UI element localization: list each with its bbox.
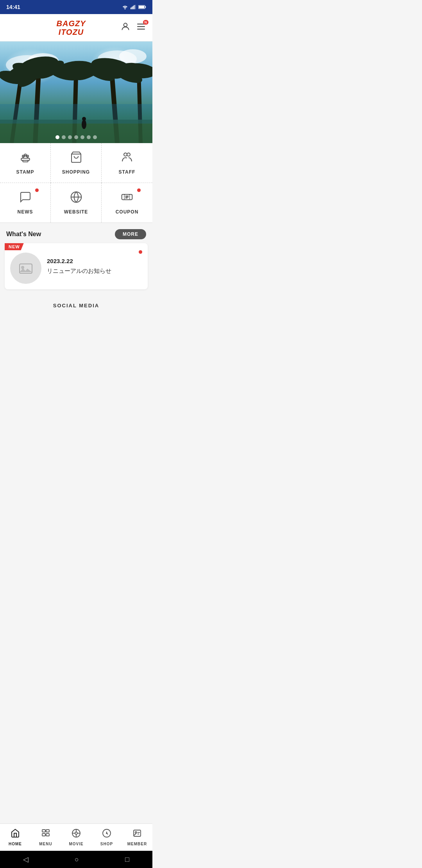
grid-item-stamp[interactable]: STAMP [0,143,51,183]
dot-4[interactable] [74,135,78,139]
hero-image [0,41,152,143]
svg-point-48 [124,153,127,156]
profile-icon [120,22,131,32]
news-date: 2023.2.22 [47,258,142,264]
carousel-dots [0,135,152,139]
news-notification-dot [35,188,39,192]
coupon-label: COUPON [116,209,139,215]
header-icons: N [120,22,146,34]
hero-carousel[interactable] [0,41,152,143]
grid-item-news[interactable]: NEWS [0,183,51,222]
staff-label: STAFF [119,169,136,175]
svg-point-40 [82,120,86,129]
coupon-icon [121,191,133,206]
section-title: What's New [6,231,41,238]
svg-rect-7 [139,6,144,8]
grid-item-coupon[interactable]: COUPON [102,183,152,222]
website-icon [70,191,82,206]
news-label: NEWS [18,209,33,215]
notification-badge: N [143,20,149,25]
menu-button[interactable]: N [136,22,146,34]
website-label: WEBSITE [64,209,88,215]
news-icon [19,191,32,206]
svg-rect-43 [23,160,28,162]
grid-item-shopping[interactable]: SHOPPING [51,143,102,183]
news-thumbnail [10,253,41,284]
svg-point-59 [21,266,24,269]
news-unread-dot [139,250,142,254]
grid-menu: STAMP SHOPPING STAFF [0,143,152,223]
svg-rect-2 [133,6,134,9]
svg-rect-6 [145,6,146,8]
more-button[interactable]: MORE [115,229,146,239]
news-text: リニューアルのお知らせ [47,267,142,275]
new-badge: NEW [5,243,24,250]
battery-icon [138,5,146,9]
signal-icon [131,5,136,9]
grid-item-staff[interactable]: STAFF [102,143,152,183]
svg-point-18 [119,49,147,63]
svg-rect-39 [0,104,152,124]
dot-5[interactable] [80,135,84,139]
wifi-icon [122,5,128,9]
svg-point-49 [127,153,130,156]
grid-item-website[interactable]: WEBSITE [51,183,102,222]
app-header: BAGZY ITOZU N [0,14,152,41]
dot-3[interactable] [68,135,72,139]
social-media-section: SOCIAL MEDIA [0,294,152,317]
svg-rect-4 [135,5,136,9]
status-icons [122,5,146,9]
whats-new-header: What's New MORE [0,223,152,243]
news-content: 2023.2.22 リニューアルのお知らせ [41,258,142,275]
dot-1[interactable] [55,135,59,139]
logo: BAGZY ITOZU [57,19,86,36]
stamp-label: STAMP [16,169,34,175]
svg-rect-1 [132,7,132,9]
dot-7[interactable] [93,135,97,139]
stamp-icon [19,151,32,166]
svg-point-41 [82,117,86,121]
svg-rect-0 [131,7,131,9]
status-time: 14:41 [6,4,20,10]
svg-point-8 [124,23,127,27]
staff-icon [121,151,133,166]
social-media-title: SOCIAL MEDIA [53,303,99,308]
shopping-label: SHOPPING [62,169,90,175]
profile-button[interactable] [120,22,131,34]
status-bar: 14:41 [0,0,152,14]
news-card[interactable]: NEW 2023.2.22 リニューアルのお知らせ [5,243,148,289]
dot-6[interactable] [87,135,91,139]
shopping-icon [70,151,82,166]
svg-rect-3 [134,5,134,9]
dot-2[interactable] [62,135,66,139]
coupon-notification-dot [137,188,141,192]
